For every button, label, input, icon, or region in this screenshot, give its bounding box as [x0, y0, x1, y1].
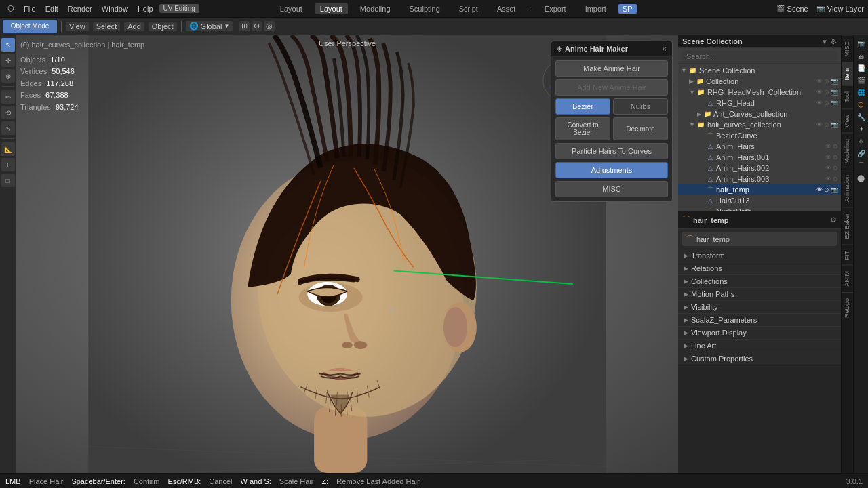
object-props-icon[interactable]: ⬡	[856, 99, 867, 110]
rhg-vis-icon[interactable]: 👁	[816, 89, 823, 96]
rhg-head-vis[interactable]: 👁	[816, 100, 823, 106]
hcc-vp[interactable]: ⊙	[824, 121, 829, 128]
vtab-item[interactable]: Item	[842, 62, 853, 86]
vtab-view[interactable]: View	[842, 108, 853, 133]
world-icon[interactable]: 🌐	[856, 87, 867, 98]
move-tool[interactable]: ✛	[1, 54, 15, 67]
uv-editing-badge[interactable]: UV Editing	[159, 4, 199, 13]
annotate-tool[interactable]: ✏	[1, 90, 15, 104]
ah-vp[interactable]: ⊙	[833, 143, 838, 150]
material-icon[interactable]: ⬤	[856, 172, 867, 183]
measure-tool[interactable]: 📐	[1, 142, 15, 156]
ahm-close-icon[interactable]: ×	[663, 45, 667, 53]
bezier-btn[interactable]: Bezier	[555, 98, 610, 115]
proportional-edit[interactable]: ⊙	[252, 21, 262, 31]
modifier-icon[interactable]: 🔧	[856, 111, 867, 122]
vtab-fit[interactable]: FIT	[842, 245, 853, 266]
tree-rhg-head[interactable]: △ RHG_Head 👁 ⊙ 📷	[678, 98, 841, 108]
workspace-script[interactable]: Script	[452, 3, 485, 14]
vtab-misc[interactable]: MISC	[842, 35, 853, 62]
tree-aht-curves[interactable]: ▶ 📁 Aht_Curves_collection	[678, 108, 841, 119]
particle-hairs-btn[interactable]: Particle Hairs To Curves	[555, 143, 668, 159]
help-menu[interactable]: Help	[134, 3, 157, 14]
custom-props-section-header[interactable]: ▶ Custom Properties	[678, 352, 841, 365]
edit-menu[interactable]: Edit	[42, 3, 62, 14]
tree-rhg-headmesh[interactable]: ▼ 📁 RHG_HeadMesh_Collection 👁 ⊙ 📷	[678, 87, 841, 98]
render-icon[interactable]: 📷	[831, 78, 838, 85]
tree-hair-curves-coll[interactable]: ▼ 📁 hair_curves_collection 👁 ⊙ 📷	[678, 119, 841, 130]
decimate-btn[interactable]: Decimate	[613, 117, 668, 140]
add-tool[interactable]: +	[1, 158, 15, 171]
tree-anim-hairs-002[interactable]: △ Anim_Hairs.002 👁 ⊙	[678, 163, 841, 174]
vtab-ez-baker[interactable]: EZ Baker	[842, 207, 853, 245]
pivot-point[interactable]: ◎	[264, 21, 275, 31]
outliner-filter-icon[interactable]: ▼	[821, 38, 828, 45]
motion-paths-section-header[interactable]: ▶ Motion Paths	[678, 288, 841, 300]
file-menu[interactable]: File	[20, 3, 39, 14]
outliner-search-input[interactable]	[682, 51, 837, 62]
render-menu[interactable]: Render	[64, 3, 96, 14]
viewport-3d[interactable]: (0) hair_curves_collection | hair_temp O…	[16, 35, 678, 473]
ah001-vp[interactable]: ⊙	[833, 154, 838, 161]
workspace-asset[interactable]: Asset	[490, 3, 523, 14]
snap-button[interactable]: ⊞	[239, 21, 250, 31]
make-anime-hair-btn[interactable]: Make Anime Hair	[555, 60, 668, 77]
nurbs-btn[interactable]: Nurbs	[613, 98, 668, 115]
visibility-icon[interactable]: 👁	[816, 78, 823, 85]
view-layer-label[interactable]: View Layer	[827, 5, 864, 13]
workspace-import[interactable]: Import	[578, 3, 613, 14]
collections-section-header[interactable]: ▶ Collections	[678, 275, 841, 287]
rhg-head-sel[interactable]: ⊙	[824, 100, 829, 106]
particles-icon[interactable]: ✦	[856, 123, 867, 134]
transform-tool[interactable]: ⟲	[1, 106, 15, 119]
vtab-anim[interactable]: ANIM	[842, 265, 853, 292]
view-layer-props-icon[interactable]: 📑	[856, 62, 867, 73]
hcc-vis[interactable]: 👁	[816, 121, 823, 128]
ht-vis[interactable]: 👁	[816, 186, 823, 193]
tree-haircut13[interactable]: △ HairCut13	[678, 195, 841, 206]
scene-label[interactable]: Scene	[787, 5, 808, 13]
viewport-icon[interactable]: ⊙	[824, 78, 829, 85]
adjustments-btn[interactable]: Adjustments	[555, 162, 668, 178]
ht-rnd[interactable]: 📷	[831, 186, 838, 193]
object-menu-btn[interactable]: Object	[149, 22, 177, 31]
relations-section-header[interactable]: ▶ Relations	[678, 262, 841, 274]
physics-icon[interactable]: ⚛	[856, 136, 867, 146]
transform-orientation[interactable]: 🌐 Global ▼	[186, 21, 233, 31]
hcc-rnd[interactable]: 📷	[831, 121, 838, 128]
ah003-vp[interactable]: ⊙	[833, 176, 838, 182]
tree-bezier-curve[interactable]: ⌒ BezierCurve	[678, 130, 841, 141]
add-menu-btn[interactable]: Add	[124, 22, 144, 31]
scalaz-section-header[interactable]: ▶ ScalaZ_Parameters	[678, 314, 841, 326]
workspace-tab-sculpt[interactable]: Sculpting	[403, 3, 447, 14]
vtab-tool[interactable]: Tool	[842, 85, 853, 108]
vtab-retopo[interactable]: Retopo	[842, 292, 853, 323]
window-menu[interactable]: Window	[98, 3, 132, 14]
misc-btn[interactable]: MISC	[555, 181, 668, 197]
blender-logo-btn[interactable]: ⬡	[4, 3, 18, 14]
workspace-tab-active[interactable]: Layout	[315, 3, 348, 14]
workspace-tab-modeling[interactable]: Modeling	[353, 3, 397, 14]
object-mode-selector[interactable]: Object Mode	[3, 20, 57, 33]
workspace-tab-layout[interactable]: Layout	[273, 3, 309, 14]
tree-anim-hairs-003[interactable]: △ Anim_Hairs.003 👁 ⊙	[678, 174, 841, 184]
ah002-vp[interactable]: ⊙	[833, 165, 838, 171]
scene-data-icon[interactable]: 🎬	[856, 75, 867, 85]
outliner-settings-icon[interactable]: ⚙	[831, 38, 837, 45]
sp-badge[interactable]: SP	[618, 4, 637, 14]
workspace-export[interactable]: Export	[538, 3, 573, 14]
output-props-icon[interactable]: 🖨	[856, 50, 867, 61]
data-icon[interactable]: ⌒	[856, 160, 867, 171]
tree-collection[interactable]: ▶ 📁 Collection 👁 ⊙ 📷	[678, 76, 841, 87]
object-name-field[interactable]: ⌒ hair_temp	[682, 232, 837, 246]
convert-to-bezier-btn[interactable]: Convert to Bezier	[555, 117, 610, 140]
rhg-render-icon[interactable]: 📷	[831, 89, 838, 96]
constraints-icon[interactable]: 🔗	[856, 148, 867, 159]
ah002-vis[interactable]: 👁	[825, 165, 831, 171]
tree-anim-hairs-001[interactable]: △ Anim_Hairs.001 👁 ⊙	[678, 152, 841, 163]
add-tool2[interactable]: □	[1, 174, 15, 187]
rhg-vp-icon[interactable]: ⊙	[824, 89, 829, 96]
ah-vis[interactable]: 👁	[825, 143, 831, 150]
rhg-head-rnd[interactable]: 📷	[831, 100, 838, 106]
ah001-vis[interactable]: 👁	[825, 154, 831, 161]
